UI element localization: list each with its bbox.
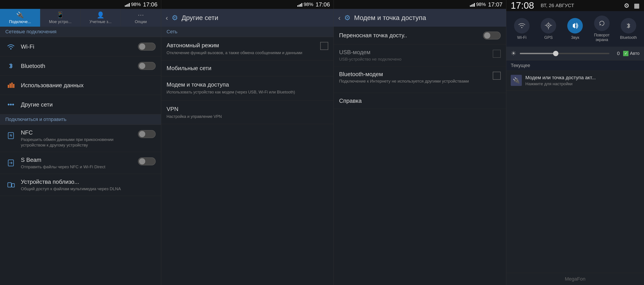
back-arrow-3[interactable]: ‹: [338, 14, 341, 22]
quick-tile-rotate[interactable]: Поворот экрана: [591, 16, 613, 42]
usb-modem-subtitle: USB-устройство не подключено: [339, 57, 493, 62]
sbeam-text: S Beam Отправить файлы через NFC и Wi-Fi…: [21, 156, 138, 170]
setting-other-networks[interactable]: Другие сети: [0, 95, 161, 114]
modem-content: Модем и точка доступа Использовать устро…: [166, 81, 328, 95]
list-item-modem[interactable]: Модем и точка доступа Использовать устро…: [161, 76, 334, 101]
connections-icon: 🔌: [16, 11, 24, 19]
tab-bar: 🔌 Подключе... 📱 Мое устро... 👤 Учетные з…: [0, 9, 161, 27]
nfc-title: NFC: [21, 129, 138, 136]
signal-icon-3: [470, 2, 475, 7]
nfc-toggle[interactable]: [138, 130, 156, 138]
grid-icon[interactable]: ▦: [634, 2, 640, 9]
auto-label: Авто: [630, 51, 640, 56]
nearby-subtitle: Общий доступ к файлам мультимедиа через …: [21, 186, 156, 192]
svg-rect-12: [12, 184, 14, 187]
hotspot-toggle[interactable]: [483, 32, 501, 40]
svg-rect-3: [11, 83, 13, 88]
bluetooth-icon: [5, 60, 16, 72]
airplane-content: Автономный режим Отключение функций вызо…: [166, 42, 320, 56]
panel2-section-header: Сеть: [161, 27, 334, 37]
setting-usb-modem[interactable]: USB-модем USB-устройство не подключено: [334, 44, 506, 66]
list-item-help[interactable]: Справка: [334, 93, 506, 109]
quick-tile-bluetooth[interactable]: Bluetooth: [618, 18, 640, 40]
setting-nearby[interactable]: Устройства поблизо... Общий доступ к фай…: [0, 174, 161, 196]
bt-modem-checkbox[interactable]: [493, 72, 501, 80]
setting-wifi[interactable]: Wi-Fi: [0, 37, 161, 56]
bluetooth-toggle-knob: [139, 63, 145, 69]
quick-tile-sound[interactable]: Звук: [564, 18, 586, 40]
nearby-title: Устройства поблизо...: [21, 178, 156, 185]
quick-tile-wifi[interactable]: Wi-Fi: [511, 18, 533, 40]
brightness-thumb[interactable]: [553, 51, 558, 56]
nfc-toggle-knob: [139, 131, 145, 137]
brightness-slider[interactable]: [520, 53, 610, 54]
setting-nfc[interactable]: N NFC Разрешить обмен данными при прикос…: [0, 125, 161, 152]
usb-modem-title: USB-модем: [339, 49, 493, 56]
wifi-toggle[interactable]: [138, 43, 156, 51]
back-arrow-2[interactable]: ‹: [166, 14, 168, 22]
time-3: 17:07: [488, 1, 502, 8]
brightness-value: 0: [613, 51, 620, 56]
sbeam-icon: [5, 157, 16, 168]
settings-list: Wi-Fi Bluetooth: [0, 37, 161, 285]
signal-icon-2: [298, 2, 302, 7]
list-item-mobile[interactable]: Мобильные сети: [161, 60, 334, 76]
usb-modem-checkbox[interactable]: [493, 50, 501, 58]
tab-options[interactable]: ⋯ Опции: [121, 9, 161, 27]
tab-connections[interactable]: 🔌 Подключе...: [0, 9, 40, 27]
setting-hotspot[interactable]: Переносная точка досту..: [334, 27, 506, 44]
quick-tiles: Wi-Fi GPS: [506, 11, 644, 47]
nfc-subtitle: Разрешить обмен данными при прикосновени…: [21, 137, 138, 148]
list-item-airplane[interactable]: Автономный режим Отключение функций вызо…: [161, 37, 334, 60]
other-networks-text: Другие сети: [21, 101, 156, 108]
list-item-vpn[interactable]: VPN Настройка и управление VPN: [161, 101, 334, 124]
bluetooth-toggle[interactable]: [138, 62, 156, 70]
other-networks-title: Другие сети: [21, 101, 156, 108]
carrier-bar: MegaFon: [506, 273, 644, 285]
sbeam-toggle-knob: [139, 158, 145, 164]
tab-accounts[interactable]: 👤 Учетные з...: [80, 9, 121, 27]
svg-marker-21: [600, 24, 602, 26]
sbeam-toggle[interactable]: [138, 157, 156, 165]
quick-sound-label: Звук: [571, 35, 579, 40]
notification-item-modem[interactable]: 🔌 Модем или точка доступа акт... Нажмите…: [506, 71, 644, 91]
nearby-icon: [5, 179, 16, 190]
vpn-subtitle: Настройка и управление VPN: [166, 114, 328, 119]
quick-wifi-icon: [514, 18, 530, 34]
panel4-status: 17:08 ВТ, 26 АВГУСТ ⚙ ▦: [506, 0, 644, 11]
setting-sbeam[interactable]: S Beam Отправить файлы через NFC и Wi-Fi…: [0, 152, 161, 174]
setting-bt-modem[interactable]: Bluetooth-модем Подключение к Интернету …: [334, 66, 506, 93]
setting-bluetooth[interactable]: Bluetooth: [0, 56, 161, 76]
section-header-network: Сетевые подключения: [0, 27, 161, 37]
setting-data-usage[interactable]: Использование данных: [0, 76, 161, 95]
panel4-date: ВТ, 26 АВГУСТ: [541, 3, 574, 9]
tab-mydevice[interactable]: 📱 Мое устро...: [40, 9, 81, 27]
svg-rect-2: [10, 84, 11, 88]
battery-pct-2: 98%: [304, 2, 313, 7]
airplane-checkbox[interactable]: [320, 42, 328, 50]
panel2-title: Другие сети: [182, 14, 218, 22]
other-networks-icon: [5, 99, 16, 110]
status-icons-3: 98%: [470, 2, 486, 7]
nfc-text: NFC Разрешить обмен данными при прикосно…: [21, 129, 138, 148]
carrier-name: MegaFon: [565, 276, 586, 282]
sbeam-title: S Beam: [21, 156, 138, 163]
time-1: 17:06: [143, 1, 158, 8]
sbeam-subtitle: Отправить файлы через NFC и Wi-Fi Direct: [21, 164, 138, 170]
svg-rect-11: [8, 183, 11, 187]
quick-bt-label: Bluetooth: [620, 35, 637, 40]
quick-tile-gps[interactable]: GPS: [537, 18, 560, 40]
panel-settings-main: 98% 17:06 🔌 Подключе... 📱 Мое устро... 👤…: [0, 0, 161, 285]
panel3-list: Переносная точка досту.. USB-модем USB-у…: [334, 27, 506, 285]
quick-bt-icon: [621, 18, 636, 34]
panel4-time: 17:08: [511, 0, 534, 11]
mydevice-icon: 📱: [56, 11, 64, 19]
brightness-auto[interactable]: ✓ Авто: [623, 51, 640, 56]
panel-modem-hotspot: 98% 17:07 ‹ ⚙ Модем и точка доступа Пере…: [334, 0, 506, 285]
settings-icon-3: ⚙: [344, 14, 350, 22]
svg-point-5: [8, 104, 10, 105]
settings-gear-icon[interactable]: ⚙: [624, 2, 629, 9]
airplane-title: Автономный режим: [166, 42, 320, 49]
section-header-connect: Подключиться и отправить: [0, 114, 161, 125]
bt-modem-title: Bluetooth-модем: [339, 71, 493, 78]
